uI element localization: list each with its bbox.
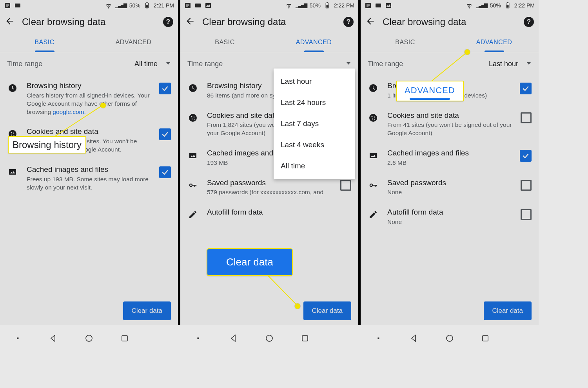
annotation-dot <box>465 49 470 55</box>
annotation-clear-data: Clear data <box>207 248 293 276</box>
row-cached[interactable]: Cached images and files Frees up 193 MB.… <box>0 159 178 197</box>
annotation-browsing-history: Browsing history <box>8 136 86 153</box>
time-range-label: Time range <box>368 60 489 68</box>
checkbox-browsing-history[interactable] <box>520 83 532 94</box>
phone-3: ▁▃▅▇ 50% 2:22 PM Clear browsing data ? B… <box>361 0 539 325</box>
help-button[interactable]: ? <box>343 17 354 27</box>
android-nav-bar: ▪ . <box>361 329 539 348</box>
row-title: Saved passwords <box>387 178 512 188</box>
clear-data-button[interactable]: Clear data <box>484 301 532 320</box>
row-subtitle: 579 passwords (for xxxxxxxxxxxx.com, and <box>207 188 332 197</box>
checkbox-saved-passwords[interactable] <box>340 180 351 191</box>
menu-item-last-7-days[interactable]: Last 7 days <box>274 113 355 134</box>
nav-recent-button[interactable] <box>480 333 490 343</box>
key-icon <box>187 178 198 190</box>
notif-app-icon <box>14 2 21 9</box>
checkbox-cached[interactable] <box>159 166 171 178</box>
nav-back-button[interactable] <box>229 333 239 343</box>
nav-back-button[interactable] <box>409 333 419 343</box>
wifi-icon <box>105 2 112 9</box>
help-button[interactable]: ? <box>163 17 173 27</box>
menu-item-last-24-hours[interactable]: Last 24 hours <box>274 92 355 113</box>
footer: Clear data <box>361 297 539 325</box>
battery-percent: 50% <box>129 2 140 9</box>
row-browsing-history[interactable]: Browsing history Clears history from all… <box>0 76 178 121</box>
row-title: Cookies and site data <box>387 111 512 121</box>
nav-dot-icon: ▪ <box>193 333 203 343</box>
back-button[interactable] <box>365 16 376 28</box>
help-button[interactable]: ? <box>524 17 534 27</box>
tab-advanced[interactable]: ADVANCED <box>269 33 358 52</box>
row-cookies[interactable]: Cookies and site data From 41 sites (you… <box>361 105 539 143</box>
app-bar: Clear browsing data ? <box>361 11 539 33</box>
dropdown-caret-icon <box>526 60 532 68</box>
row-cached[interactable]: Cached images and files 2.6 MB <box>361 143 539 173</box>
nav-home-button[interactable] <box>264 333 274 343</box>
notif-receipt-icon <box>4 2 11 9</box>
row-saved-passwords[interactable]: Saved passwords None <box>361 173 539 202</box>
time-range-row[interactable]: Time range Last hour <box>361 52 539 76</box>
nav-home-button[interactable] <box>84 333 94 343</box>
checkbox-cookies[interactable] <box>159 128 171 140</box>
back-button[interactable] <box>185 16 195 28</box>
battery-icon <box>504 2 511 9</box>
checkbox-browsing-history[interactable] <box>159 83 171 94</box>
phone-2: ▁▃▅▇ 50% 2:22 PM Clear browsing data ? B… <box>180 0 358 325</box>
history-icon <box>7 81 18 93</box>
nav-recent-button[interactable] <box>300 333 310 343</box>
dropdown-caret-icon <box>165 60 171 68</box>
tab-basic[interactable]: BASIC <box>0 33 89 52</box>
row-subtitle: None <box>387 218 512 226</box>
annotation-dot <box>100 103 106 108</box>
stage: { "status": { "battery": "50%", "time1":… <box>0 0 588 388</box>
clear-data-button[interactable]: Clear data <box>123 301 171 320</box>
row-autofill[interactable]: Autofill form data <box>180 202 358 226</box>
battery-icon <box>324 2 331 9</box>
tab-advanced[interactable]: ADVANCED <box>89 33 178 52</box>
wifi-icon <box>466 2 473 9</box>
row-subtitle: 2.6 MB <box>387 159 511 167</box>
page-title: Clear browsing data <box>383 16 517 27</box>
row-subtitle: From 41 sites (you won't be signed out o… <box>387 121 512 137</box>
signal-icon: ▁▃▅▇ <box>115 3 126 8</box>
cookie-icon <box>187 111 198 123</box>
time-range-row[interactable]: Time range All time <box>0 52 178 76</box>
row-autofill[interactable]: Autofill form data None <box>361 202 539 232</box>
nav-home-button[interactable] <box>445 333 455 343</box>
row-subtitle: Clears history from all signed-in device… <box>27 92 151 116</box>
checkbox-cached[interactable] <box>520 150 532 162</box>
tab-basic[interactable]: BASIC <box>180 33 269 52</box>
tabs: BASIC ADVANCED <box>361 33 539 52</box>
row-title: Autofill form data <box>207 208 332 217</box>
time-range-menu: Last hour Last 24 hours Last 7 days Last… <box>274 69 355 179</box>
tabs: BASIC ADVANCED <box>180 33 358 52</box>
menu-item-last-4-weeks[interactable]: Last 4 weeks <box>274 134 355 155</box>
row-title: Autofill form data <box>387 208 512 217</box>
clock-time: 2:21 PM <box>154 2 174 9</box>
notif-photo-icon <box>205 2 212 9</box>
row-title: Cached images and files <box>387 148 511 158</box>
nav-back-button[interactable] <box>48 333 58 343</box>
key-icon <box>368 178 379 190</box>
my-activity-link[interactable]: google.com. <box>53 108 85 115</box>
row-title: Saved passwords <box>207 178 332 188</box>
notif-receipt-icon <box>184 2 191 9</box>
status-bar: ▁▃▅▇ 50% 2:22 PM <box>180 0 358 11</box>
menu-item-all-time[interactable]: All time <box>274 155 355 177</box>
time-range-value: All time <box>134 60 158 68</box>
pencil-icon <box>368 208 379 219</box>
checkbox-cookies[interactable] <box>521 112 532 123</box>
menu-item-last-hour[interactable]: Last hour <box>274 71 355 92</box>
clear-data-button[interactable]: Clear data <box>303 301 351 320</box>
notif-app-icon <box>194 2 201 9</box>
tab-advanced[interactable]: ADVANCED <box>450 33 539 52</box>
nav-recent-button[interactable] <box>120 333 130 343</box>
checkbox-saved-passwords[interactable] <box>521 180 532 191</box>
back-button[interactable] <box>5 16 15 28</box>
page-title: Clear browsing data <box>22 16 156 27</box>
annotation-dot <box>295 303 300 309</box>
cookie-icon <box>368 111 379 123</box>
notif-app-icon <box>375 2 382 9</box>
checkbox-autofill[interactable] <box>521 209 532 220</box>
tab-basic[interactable]: BASIC <box>361 33 450 52</box>
